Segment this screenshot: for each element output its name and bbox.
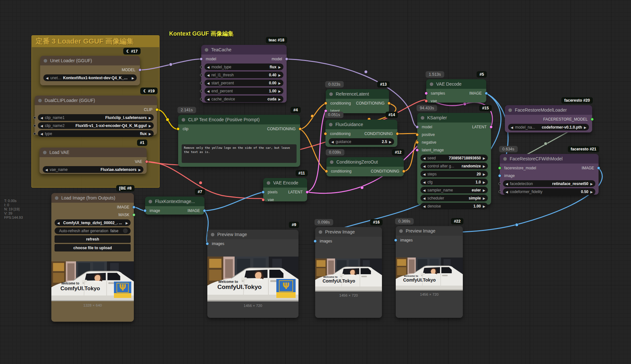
node-clip-text-encode[interactable]: 2.141s #4 CLIP Text Encode (Positive Pro…	[178, 115, 300, 167]
node-conditioning-zero-out[interactable]: 0.039s #12 ConditioningZeroOut condition…	[326, 157, 404, 176]
increment-arrow-icon[interactable]	[132, 76, 134, 80]
increment-arrow-icon[interactable]	[389, 140, 392, 144]
decrement-arrow-icon[interactable]	[506, 182, 508, 186]
images-input-port[interactable]	[314, 240, 317, 243]
increment-arrow-icon[interactable]	[278, 73, 281, 77]
node-header[interactable]: FaceRestoreModelLoader	[505, 105, 592, 115]
vae-name-widget[interactable]: vae_name Flux\ae.safetensors	[43, 166, 143, 173]
negative-input-port[interactable]	[416, 141, 419, 144]
node-preview-image-22[interactable]: 0.369s #22 Preview Image images Welcome …	[396, 226, 463, 318]
node-header[interactable]: FluxKontextImage...	[145, 197, 204, 206]
conditioning-output-port[interactable]	[387, 102, 391, 105]
decrement-arrow-icon[interactable]	[40, 131, 43, 136]
scheduler-widget[interactable]: scheduler simple	[420, 195, 488, 201]
decrement-arrow-icon[interactable]	[207, 89, 210, 93]
positive-input-port[interactable]	[416, 133, 419, 136]
collapse-dot[interactable]	[421, 116, 424, 120]
node-dualclip-loader-gguf[interactable]: ☾ #19 DualCLIPLoader (GGUF) CLIP clip_na…	[35, 96, 157, 135]
model-type-widget[interactable]: model_type flux	[204, 63, 283, 70]
steps-widget[interactable]: steps 20	[420, 171, 488, 177]
latent-image-input-port[interactable]	[416, 148, 419, 152]
rel-l1-thresh-widget[interactable]: rel_l1_thresh 0.40	[204, 72, 283, 78]
control-after-generate-widget[interactable]: control after g... randomize	[420, 163, 488, 169]
node-unet-loader-gguf[interactable]: ☾ #17 Unet Loader (GGUF) MODEL unet_ ...…	[40, 56, 140, 85]
refresh-button[interactable]: refresh	[55, 235, 131, 243]
node-reference-latent[interactable]: 0.023s #13 ReferenceLatent conditioning …	[326, 89, 389, 113]
model-input-port[interactable]	[416, 125, 419, 129]
node-facerestore-model-loader[interactable]: faceresto #20 FaceRestoreModelLoader FAC…	[505, 105, 592, 132]
decrement-arrow-icon[interactable]	[207, 73, 210, 77]
node-header[interactable]: Preview Image	[396, 226, 463, 236]
node-teacache[interactable]: teac #18 TeaCache model model model_type…	[201, 45, 287, 103]
decrement-arrow-icon[interactable]	[207, 81, 210, 85]
collapse-dot[interactable]	[43, 151, 47, 154]
conditioning-output-port[interactable]	[402, 170, 405, 173]
decrement-arrow-icon[interactable]	[423, 188, 426, 192]
images-input-port[interactable]	[206, 242, 209, 245]
node-vae-encode[interactable]: #11 VAE Encode pixels LATENT vae	[263, 178, 307, 201]
node-vae-decode[interactable]: 1.513s #5 VAE Decode samples IMAGE vae	[426, 79, 486, 103]
latent-output-port[interactable]	[306, 190, 309, 194]
node-header[interactable]: CLIP Text Encode (Positive Prompt)	[178, 115, 300, 124]
decrement-arrow-icon[interactable]	[511, 125, 513, 130]
decrement-arrow-icon[interactable]	[207, 65, 210, 69]
decrement-arrow-icon[interactable]	[40, 123, 43, 128]
image-input-port[interactable]	[498, 174, 501, 177]
increment-arrow-icon[interactable]	[278, 89, 281, 93]
widget-input-dot[interactable]	[33, 116, 36, 119]
widget-input-dot[interactable]	[200, 98, 203, 100]
model-input-port[interactable]	[200, 57, 203, 61]
widget-input-dot[interactable]	[33, 132, 36, 135]
image-output-port[interactable]	[132, 206, 135, 209]
decrement-arrow-icon[interactable]	[57, 221, 60, 225]
unet-name-widget[interactable]: unet_ ... Kontext\flux1-kontext-dev-Q4_K…	[43, 74, 137, 81]
decrement-arrow-icon[interactable]	[423, 204, 426, 208]
collapse-dot[interactable]	[182, 118, 185, 122]
node-header[interactable]: KSampler	[417, 113, 491, 123]
decrement-arrow-icon[interactable]	[506, 190, 508, 194]
node-header[interactable]: FluxGuidance	[325, 120, 397, 129]
collapse-dot[interactable]	[211, 233, 214, 236]
samples-input-port[interactable]	[425, 92, 428, 95]
end-percent-widget[interactable]: end_percent 1.00	[204, 88, 283, 94]
collapse-dot[interactable]	[38, 99, 42, 102]
widget-input-dot[interactable]	[498, 182, 501, 185]
widget-input-dot[interactable]	[498, 190, 501, 193]
decrement-arrow-icon[interactable]	[207, 97, 210, 101]
widget-input-dot[interactable]	[33, 124, 36, 127]
mask-output-port[interactable]	[132, 213, 135, 216]
auto-refresh-toggle[interactable]: Auto-refresh after generation false	[55, 227, 131, 234]
image-output-port[interactable]	[597, 166, 600, 170]
facedetection-widget[interactable]: facedetection retinaface_resnet50	[503, 180, 595, 187]
increment-arrow-icon[interactable]	[138, 167, 141, 172]
node-preview-image-16[interactable]: 0.098s #16 Preview Image images Welcome …	[315, 227, 382, 318]
increment-arrow-icon[interactable]	[149, 131, 151, 136]
decrement-arrow-icon[interactable]	[423, 164, 426, 168]
clip-input-port[interactable]	[177, 127, 180, 131]
decrement-arrow-icon[interactable]	[423, 196, 426, 200]
collapse-dot[interactable]	[319, 230, 322, 234]
widget-input-dot[interactable]	[200, 74, 203, 76]
image-input-port[interactable]	[143, 209, 147, 212]
clip-name2-widget[interactable]: clip_name2 Flux\t5-v1_1-xxl-encoder-Q4_K…	[38, 122, 154, 129]
node-header[interactable]: ConditioningZeroOut	[326, 157, 404, 167]
node-header[interactable]: TeaCache	[201, 45, 287, 55]
model-name-widget[interactable]: model_na... codeformer-v0.1.0.pth	[508, 124, 589, 131]
collapse-dot[interactable]	[399, 229, 403, 233]
increment-arrow-icon[interactable]	[483, 188, 485, 192]
denoise-widget[interactable]: denoise 1.00	[420, 203, 488, 209]
node-preview-image-9[interactable]: #9 Preview Image images Welcome to Comfy…	[207, 230, 298, 318]
vae-input-port[interactable]	[262, 198, 265, 201]
increment-arrow-icon[interactable]	[278, 65, 281, 69]
collapse-dot[interactable]	[430, 82, 433, 86]
collapse-dot[interactable]	[503, 157, 507, 161]
decrement-arrow-icon[interactable]	[331, 140, 334, 144]
prompt-textarea[interactable]: Remove only the yellow logo on the side …	[182, 144, 297, 163]
increment-arrow-icon[interactable]	[483, 196, 485, 200]
node-header[interactable]: Preview Image	[315, 227, 382, 237]
node-graph-canvas[interactable]: 定番 3 Loader GGUF 画像編集	[0, 0, 631, 364]
decrement-arrow-icon[interactable]	[45, 167, 48, 172]
collapse-dot[interactable]	[205, 48, 208, 52]
vae-output-port[interactable]	[145, 160, 148, 163]
clip-name1-widget[interactable]: clip_name1 Flux\clip_l.safetensors	[38, 114, 154, 121]
